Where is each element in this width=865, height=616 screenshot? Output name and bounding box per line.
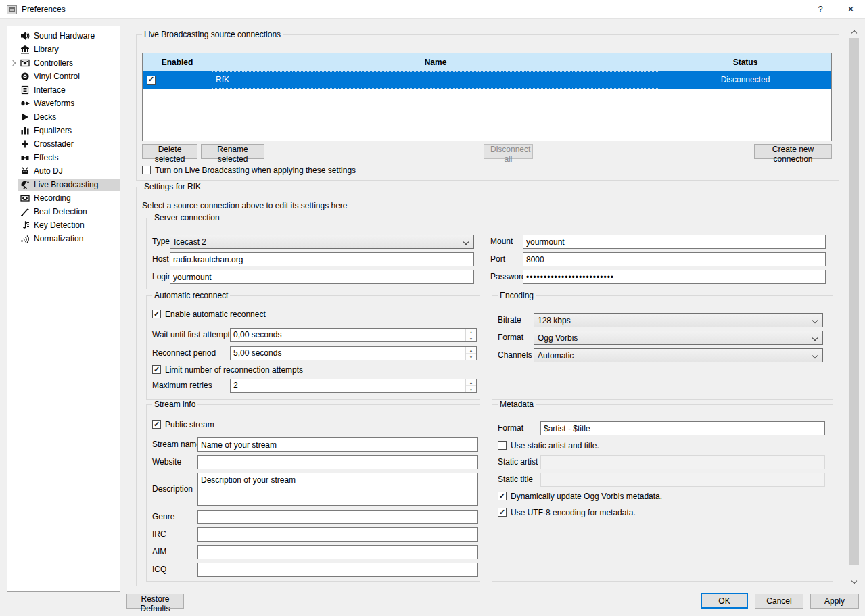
maximum-retries-spinbox[interactable]: 2 ▲▼ [230, 379, 477, 393]
cancel-button[interactable]: Cancel [755, 594, 803, 609]
static-artist-title-checkbox-row[interactable]: Use static artist and title. [498, 440, 599, 450]
irc-input[interactable] [197, 527, 478, 542]
login-input[interactable] [170, 270, 474, 284]
column-header-status[interactable]: Status [659, 53, 831, 71]
sidebar-item-auto-dj[interactable]: Auto DJ [7, 164, 120, 178]
turn-on-broadcasting-checkbox-row[interactable]: Turn on Live Broadcasting when applying … [142, 165, 356, 175]
public-stream-checkbox[interactable] [152, 420, 161, 429]
delete-selected-button[interactable]: Delete selected [142, 144, 197, 159]
sidebar-item-recording[interactable]: Recording [7, 191, 120, 205]
sidebar-item-label: Normalization [34, 234, 83, 243]
sidebar-item-decks[interactable]: Decks [7, 110, 120, 124]
genre-input[interactable] [197, 510, 478, 524]
aim-input[interactable] [197, 545, 478, 559]
enable-reconnect-checkbox-row[interactable]: Enable automatic reconnect [152, 309, 266, 319]
spinbox-value[interactable]: 5,00 seconds [231, 347, 465, 360]
checkbox-label: Turn on Live Broadcasting when applying … [155, 166, 356, 175]
scroll-down-button[interactable] [848, 576, 860, 588]
checkbox-label: Enable automatic reconnect [165, 310, 266, 319]
port-input[interactable] [523, 252, 826, 266]
password-input[interactable] [523, 270, 826, 284]
name-cell[interactable]: RfK [212, 71, 659, 89]
library-icon [20, 45, 30, 55]
rename-selected-button[interactable]: Rename selected [201, 144, 264, 159]
mount-input[interactable] [523, 235, 826, 249]
sidebar-item-label: Beat Detection [34, 207, 87, 216]
column-header-enabled[interactable]: Enabled [143, 53, 212, 71]
sidebar-item-label: Sound Hardware [34, 31, 95, 41]
static-artist-title-checkbox[interactable] [498, 441, 507, 450]
wait-first-attempt-spinbox[interactable]: 0,00 seconds ▲▼ [230, 328, 477, 342]
stream-info-group: Stream info Public stream Stream name We… [146, 404, 480, 582]
turn-on-broadcasting-checkbox[interactable] [142, 166, 151, 174]
static-title-input [540, 473, 825, 487]
spinbox-value[interactable]: 0,00 seconds [231, 329, 465, 341]
checkbox-label: Public stream [165, 420, 214, 429]
spin-up-button[interactable]: ▲ [466, 379, 476, 386]
sidebar-item-beat-detection[interactable]: Beat Detection [7, 205, 120, 218]
sidebar-item-waveforms[interactable]: Waveforms [7, 97, 120, 110]
sidebar-item-vinyl-control[interactable]: Vinyl Control [7, 70, 120, 83]
public-stream-checkbox-row[interactable]: Public stream [152, 419, 214, 429]
sidebar-item-live-broadcasting[interactable]: Live Broadcasting [7, 178, 120, 191]
restore-defaults-button[interactable]: Restore Defaults [126, 594, 184, 609]
sidebar-item-normalization[interactable]: Normalization [7, 232, 120, 245]
utf8-checkbox-row[interactable]: Use UTF-8 encoding for metadata. [498, 507, 636, 517]
sidebar-item-label: Equalizers [34, 126, 72, 135]
apply-button[interactable]: Apply [810, 594, 859, 609]
host-input[interactable] [170, 252, 474, 266]
utf8-checkbox[interactable] [498, 508, 507, 517]
limit-attempts-checkbox[interactable] [152, 365, 161, 374]
format-combobox[interactable]: Ogg Vorbis [534, 331, 823, 345]
sidebar-item-crossfader[interactable]: Crossfader [7, 137, 120, 151]
group-label: Live Broadcasting source connections [142, 30, 283, 39]
create-new-connection-button[interactable]: Create new connection [754, 144, 832, 159]
column-header-name[interactable]: Name [212, 53, 659, 71]
sidebar-item-equalizers[interactable]: Equalizers [7, 124, 120, 137]
expander-chevron-right-icon[interactable] [7, 61, 18, 65]
close-button[interactable]: × [841, 0, 861, 19]
metadata-format-label: Format [498, 421, 523, 435]
enabled-checkbox[interactable] [147, 76, 156, 85]
checkbox-label: Use UTF-8 encoding for metadata. [511, 508, 636, 517]
stream-name-input[interactable] [197, 437, 478, 452]
spin-up-button[interactable]: ▲ [466, 329, 476, 335]
table-row[interactable]: RfK Disconnected [143, 71, 831, 89]
sidebar-item-label: Effects [34, 153, 58, 162]
sidebar-item-effects[interactable]: Effects [7, 151, 120, 164]
reconnect-period-spinbox[interactable]: 5,00 seconds ▲▼ [230, 346, 477, 360]
dynamic-ogg-checkbox[interactable] [498, 492, 507, 500]
spinbox-value[interactable]: 2 [231, 379, 465, 392]
description-textarea[interactable]: Description of your stream [197, 473, 478, 506]
chevron-down-icon [812, 318, 818, 323]
enable-reconnect-checkbox[interactable] [152, 310, 161, 318]
crossfader-icon [20, 139, 30, 149]
spin-up-button[interactable]: ▲ [466, 347, 476, 354]
sidebar-item-label: Waveforms [34, 99, 74, 108]
spin-down-button[interactable]: ▼ [466, 354, 476, 360]
scroll-up-button[interactable] [848, 26, 860, 38]
sidebar-item-controllers[interactable]: Controllers [7, 56, 120, 70]
type-combobox[interactable]: Icecast 2 [170, 235, 474, 249]
enabled-cell[interactable] [143, 71, 212, 89]
source-connections-table[interactable]: Enabled Name Status RfK Disconnected [142, 53, 832, 141]
limit-attempts-checkbox-row[interactable]: Limit number of reconnection attempts [152, 364, 303, 375]
key-detection-icon [20, 220, 30, 231]
vertical-scrollbar[interactable] [848, 26, 860, 588]
bitrate-combobox[interactable]: 128 kbps [534, 313, 823, 327]
spin-down-button[interactable]: ▼ [466, 386, 476, 392]
scrollbar-thumb[interactable] [849, 38, 859, 565]
spin-down-button[interactable]: ▼ [466, 335, 476, 341]
metadata-format-input[interactable] [540, 421, 825, 435]
channels-combobox[interactable]: Automatic [534, 348, 823, 362]
sidebar-item-library[interactable]: Library [7, 43, 120, 56]
dynamic-ogg-checkbox-row[interactable]: Dynamically update Ogg Vorbis metadata. [498, 491, 662, 501]
website-label: Website [152, 455, 181, 469]
website-input[interactable] [197, 455, 478, 469]
sidebar-item-key-detection[interactable]: Key Detection [7, 218, 120, 232]
sidebar-item-interface[interactable]: Interface [7, 83, 120, 97]
ok-button[interactable]: OK [701, 593, 748, 609]
help-button[interactable]: ? [810, 0, 831, 19]
icq-input[interactable] [197, 563, 478, 577]
sidebar-item-sound-hardware[interactable]: Sound Hardware [7, 29, 120, 43]
